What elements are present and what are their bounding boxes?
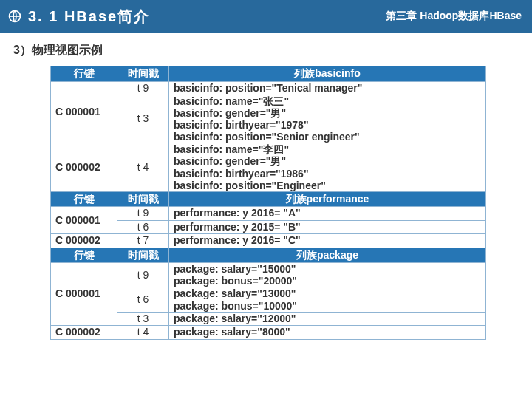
table-header-row: 行键 时间戳 列族package xyxy=(51,248,486,263)
table-row: C 000002 t 4 package: salary="8000" xyxy=(51,326,486,340)
th-cf-basicinfo: 列族basicinfo xyxy=(169,66,486,82)
tables-wrap: 行键 时间戳 列族basicinfo C 000001 t 9 basicinf… xyxy=(50,66,486,340)
val-line: package: salary="15000" xyxy=(174,263,481,275)
cell-val: package: salary="8000" xyxy=(169,326,486,340)
val-line: package: bonus="20000" xyxy=(174,275,481,287)
val-line: basicinfo: name="张三" xyxy=(174,95,481,107)
th-timestamp: 时间戳 xyxy=(117,248,169,263)
cell-ts: t 6 xyxy=(117,220,169,234)
cell-val: basicinfo: name="张三" basicinfo: gender="… xyxy=(169,95,486,143)
val-line: basicinfo: position="Senior engineer" xyxy=(174,131,481,143)
th-timestamp: 时间戳 xyxy=(117,66,169,82)
th-rowkey: 行键 xyxy=(51,248,117,263)
val-line: basicinfo: name="李四" xyxy=(174,143,481,155)
cell-ts: t 7 xyxy=(117,234,169,248)
cell-ts: t 3 xyxy=(117,95,169,143)
table-package: 行键 时间戳 列族package C 000001 t 9 package: s… xyxy=(50,248,486,340)
cell-val: performance: y 2015= "B" xyxy=(169,220,486,234)
val-line: basicinfo: gender="男" xyxy=(174,107,481,119)
val-line: basicinfo: gender="男" xyxy=(174,155,481,167)
cell-val: basicinfo: position="Tenical manager" xyxy=(169,81,486,95)
cell-rowkey: C 000002 xyxy=(51,326,117,340)
val-line: basicinfo: birthyear="1986" xyxy=(174,168,481,180)
cell-val: package: salary="12000" xyxy=(169,312,486,326)
cell-ts: t 3 xyxy=(117,312,169,326)
cell-ts: t 6 xyxy=(117,287,169,312)
table-row: C 000001 t 9 basicinfo: position="Tenica… xyxy=(51,81,486,95)
cell-val: package: salary="13000" package: bonus="… xyxy=(169,287,486,312)
cell-ts: t 9 xyxy=(117,207,169,221)
slide-header: 3. 1 HBase简介 第三章 Hadoop数据库HBase xyxy=(0,0,532,33)
table-header-row: 行键 时间戳 列族basicinfo xyxy=(51,66,486,82)
val-line: basicinfo: birthyear="1978" xyxy=(174,119,481,131)
th-cf-performance: 列族performance xyxy=(169,191,486,207)
cell-rowkey: C 000001 xyxy=(51,207,117,234)
table-row: C 000001 t 9 performance: y 2016= "A" xyxy=(51,207,486,221)
val-line: basicinfo: position="Engineer" xyxy=(174,180,481,191)
th-cf-package: 列族package xyxy=(169,248,486,263)
th-rowkey: 行键 xyxy=(51,191,117,207)
table-header-row: 行键 时间戳 列族performance xyxy=(51,191,486,207)
section-title: 3）物理视图示例 xyxy=(13,43,532,58)
cell-val: basicinfo: name="李四" basicinfo: gender="… xyxy=(169,143,486,191)
cell-ts: t 9 xyxy=(117,81,169,95)
header-left: 3. 1 HBase简介 xyxy=(7,7,150,27)
cell-ts: t 4 xyxy=(117,326,169,340)
cell-val: package: salary="15000" package: bonus="… xyxy=(169,263,486,287)
val-line: package: bonus="10000" xyxy=(174,300,481,312)
cell-rowkey: C 000002 xyxy=(51,234,117,248)
cell-ts: t 9 xyxy=(117,263,169,287)
cell-rowkey: C 000002 xyxy=(51,143,117,191)
th-rowkey: 行键 xyxy=(51,66,117,82)
cell-ts: t 4 xyxy=(117,143,169,191)
table-basicinfo: 行键 时间戳 列族basicinfo C 000001 t 9 basicinf… xyxy=(50,66,486,192)
table-performance: 行键 时间戳 列族performance C 000001 t 9 perfor… xyxy=(50,191,486,248)
th-timestamp: 时间戳 xyxy=(117,191,169,207)
val-line: package: salary="13000" xyxy=(174,287,481,299)
table-row: C 000002 t 7 performance: y 2016= "C" xyxy=(51,234,486,248)
cell-val: performance: y 2016= "C" xyxy=(169,234,486,248)
table-row: C 000001 t 9 package: salary="15000" pac… xyxy=(51,263,486,287)
cell-rowkey: C 000001 xyxy=(51,81,117,143)
cell-rowkey: C 000001 xyxy=(51,263,117,326)
cell-val: performance: y 2016= "A" xyxy=(169,207,486,221)
table-row: C 000002 t 4 basicinfo: name="李四" basici… xyxy=(51,143,486,191)
chapter-title: 第三章 Hadoop数据库HBase xyxy=(386,10,522,23)
header-title: 3. 1 HBase简介 xyxy=(28,7,150,27)
globe-icon xyxy=(7,9,22,24)
